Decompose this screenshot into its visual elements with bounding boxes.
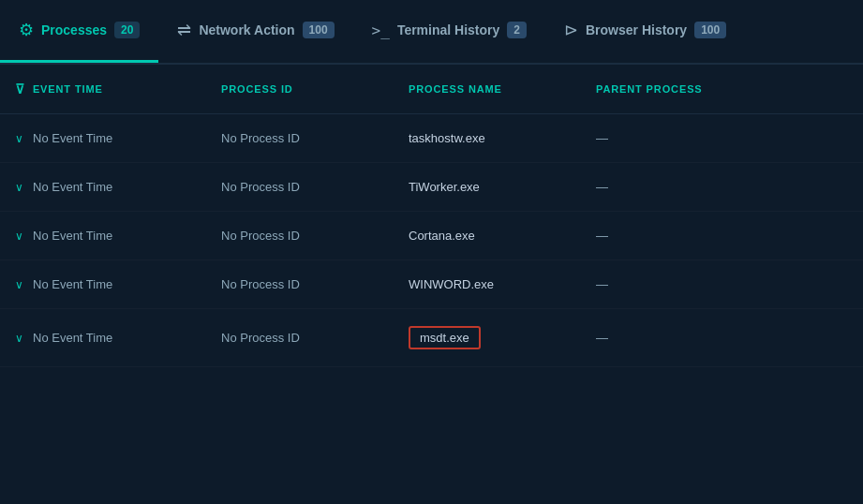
cell-parent-process-1: —	[581, 131, 768, 145]
cell-event-time-3: ∨ No Event Time	[0, 229, 206, 243]
col-process-id-label: PROCESS ID	[221, 83, 293, 95]
cell-event-time-2: ∨ No Event Time	[0, 180, 206, 194]
cell-process-id-2: No Process ID	[206, 180, 394, 194]
event-time-value: No Event Time	[33, 331, 112, 345]
chevron-down-icon[interactable]: ∨	[15, 278, 23, 291]
tab-terminal-label: Terminal History	[397, 22, 499, 37]
col-parent-process-label: PARENT PROCESS	[596, 83, 703, 95]
chevron-down-icon[interactable]: ∨	[15, 181, 23, 194]
filter-icon[interactable]: ⊽	[15, 82, 25, 96]
cell-parent-process-2: —	[581, 180, 768, 194]
table-header: ⊽ EVENT TIME PROCESS ID PROCESS NAME PAR…	[0, 65, 863, 114]
table-row: ∨ No Event Time No Process ID taskhostw.…	[0, 114, 863, 163]
cell-process-name-4: WINWORD.exe	[394, 277, 581, 291]
processes-table: ⊽ EVENT TIME PROCESS ID PROCESS NAME PAR…	[0, 65, 863, 367]
chevron-down-icon[interactable]: ∨	[15, 230, 23, 243]
table-row: ∨ No Event Time No Process ID msdt.exe —	[0, 309, 863, 367]
tab-network-action[interactable]: ⇌ Network Action 100	[158, 0, 352, 63]
cell-process-name-1: taskhostw.exe	[394, 131, 581, 145]
tab-processes[interactable]: ⚙ Processes 20	[0, 0, 158, 63]
cell-process-id-3: No Process ID	[206, 229, 394, 243]
col-event-time: ⊽ EVENT TIME	[0, 74, 206, 104]
tab-browser-badge: 100	[694, 22, 726, 38]
cell-process-id-1: No Process ID	[206, 131, 394, 145]
tab-terminal-history[interactable]: >_ Terminal History 2	[353, 0, 545, 63]
cell-process-name-2: TiWorker.exe	[394, 180, 581, 194]
cell-parent-process-4: —	[581, 277, 768, 291]
col-process-name: PROCESS NAME	[394, 74, 581, 104]
tab-network-label: Network Action	[199, 22, 294, 37]
tab-processes-label: Processes	[41, 22, 107, 37]
cell-event-time-4: ∨ No Event Time	[0, 277, 206, 291]
tab-bar: ⚙ Processes 20 ⇌ Network Action 100 >_ T…	[0, 0, 863, 65]
chevron-down-icon[interactable]: ∨	[15, 332, 23, 345]
event-time-value: No Event Time	[33, 229, 112, 243]
col-event-time-label: EVENT TIME	[33, 83, 103, 95]
cell-event-time-5: ∨ No Event Time	[0, 331, 206, 345]
terminal-icon: >_	[372, 22, 390, 39]
cell-event-time-1: ∨ No Event Time	[0, 131, 206, 145]
event-time-value: No Event Time	[33, 131, 112, 145]
col-process-id: PROCESS ID	[206, 74, 394, 104]
col-process-name-label: PROCESS NAME	[409, 83, 502, 95]
app-container: ⚙ Processes 20 ⇌ Network Action 100 >_ T…	[0, 0, 863, 367]
gear-icon: ⚙	[19, 20, 34, 40]
cell-process-name-3: Cortana.exe	[394, 229, 581, 243]
table-row: ∨ No Event Time No Process ID TiWorker.e…	[0, 163, 863, 212]
cell-parent-process-3: —	[581, 229, 768, 243]
cell-parent-process-5: —	[581, 331, 768, 345]
cell-process-id-5: No Process ID	[206, 331, 394, 345]
network-icon: ⇌	[177, 20, 191, 40]
highlighted-process-name: msdt.exe	[409, 326, 481, 349]
col-parent-process: PARENT PROCESS	[581, 74, 768, 104]
tab-terminal-badge: 2	[507, 22, 527, 38]
cell-process-id-4: No Process ID	[206, 277, 394, 291]
event-time-value: No Event Time	[33, 277, 112, 291]
table-row: ∨ No Event Time No Process ID Cortana.ex…	[0, 212, 863, 260]
table-row: ∨ No Event Time No Process ID WINWORD.ex…	[0, 260, 863, 309]
tab-browser-label: Browser History	[586, 22, 687, 37]
chevron-down-icon[interactable]: ∨	[15, 132, 23, 145]
browser-icon: ⊳	[564, 20, 578, 40]
tab-network-badge: 100	[303, 22, 335, 38]
cell-process-name-5: msdt.exe	[394, 326, 581, 349]
tab-browser-history[interactable]: ⊳ Browser History 100	[545, 0, 745, 63]
tab-processes-badge: 20	[114, 22, 140, 38]
event-time-value: No Event Time	[33, 180, 112, 194]
